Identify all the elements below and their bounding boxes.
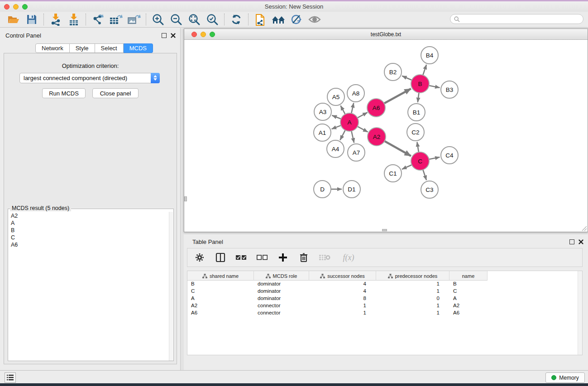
canvas-hscroll-thumb[interactable] xyxy=(382,229,387,231)
export-network-button[interactable] xyxy=(89,12,107,27)
table-cell[interactable]: 4 xyxy=(309,281,376,288)
graph-edge-C-C2[interactable] xyxy=(417,142,419,152)
graph-edge-A-A5[interactable] xyxy=(340,105,345,114)
search-field[interactable] xyxy=(450,14,583,24)
export-image-button[interactable] xyxy=(125,12,143,27)
network-window-titlebar[interactable]: testGlobe.txt xyxy=(184,29,588,40)
table-cell[interactable]: 8 xyxy=(309,295,376,302)
criterion-dropdown[interactable]: largest connected component (directed) xyxy=(19,73,160,83)
table-float-icon[interactable] xyxy=(569,239,574,244)
delete-table-button[interactable] xyxy=(318,251,331,264)
delete-column-button[interactable] xyxy=(297,251,311,264)
network-canvas[interactable]: AA1A2A3A4A5A6A7A8BB1B2B3B4CC1C2C3C4DD1 xyxy=(184,40,588,232)
save-session-button[interactable] xyxy=(23,12,41,27)
table-close-icon[interactable] xyxy=(578,239,584,245)
hide-details-button[interactable] xyxy=(287,12,306,27)
table-cell[interactable]: 1 xyxy=(376,288,449,295)
result-item[interactable]: B xyxy=(9,226,169,234)
home-button[interactable] xyxy=(269,12,287,27)
table-row[interactable]: A6connector11A6 xyxy=(187,310,582,317)
canvas-vscroll-thumb[interactable] xyxy=(184,196,187,201)
table-row[interactable]: Cdominator41C xyxy=(187,288,582,295)
tab-network[interactable]: Network xyxy=(35,43,70,53)
graph-edge-A-A7[interactable] xyxy=(351,131,354,143)
result-item[interactable]: A2 xyxy=(9,212,169,219)
close-panel-icon[interactable] xyxy=(170,33,176,38)
tab-select[interactable]: Select xyxy=(95,43,124,53)
table-cell[interactable]: dominator xyxy=(254,288,309,295)
task-history-button[interactable] xyxy=(5,372,16,383)
table-cell[interactable]: A6 xyxy=(187,310,254,317)
graph-edge-C-C4[interactable] xyxy=(429,157,440,159)
float-panel-icon[interactable] xyxy=(162,33,167,38)
table-cell[interactable]: 0 xyxy=(376,295,449,302)
graph-edge-A6-B[interactable] xyxy=(384,89,411,103)
mcds-result-scrollbar[interactable] xyxy=(169,212,173,361)
column-header-name[interactable]: name xyxy=(449,271,488,281)
search-input[interactable] xyxy=(462,16,579,22)
column-view-button[interactable] xyxy=(214,251,227,264)
table-row[interactable]: Bdominator41B xyxy=(187,281,582,288)
column-header-shared-name[interactable]: shared name xyxy=(187,271,254,281)
graph-edge-B-B4[interactable] xyxy=(423,65,426,75)
function-builder-button[interactable]: f(x) xyxy=(339,251,359,264)
table-cell[interactable]: 1 xyxy=(376,302,449,310)
table-cell[interactable]: A xyxy=(187,295,254,302)
graph-edge-B-B1[interactable] xyxy=(418,93,419,102)
graph-edge-A-A2[interactable] xyxy=(358,126,368,132)
export-table-button[interactable] xyxy=(107,12,125,27)
table-cell[interactable]: 1 xyxy=(309,310,376,317)
column-header-successor-nodes[interactable]: successor nodes xyxy=(309,271,376,281)
memory-button[interactable]: Memory xyxy=(545,372,585,383)
resize-grip-icon[interactable] xyxy=(581,225,587,231)
table-cell[interactable]: A2 xyxy=(187,302,254,310)
result-item[interactable]: C xyxy=(9,234,169,241)
select-all-button[interactable] xyxy=(234,251,248,264)
table-cell[interactable]: A2 xyxy=(449,302,488,310)
table-row[interactable]: A2connector11A2 xyxy=(187,302,582,310)
result-item[interactable]: A6 xyxy=(9,241,169,248)
run-mcds-button[interactable]: Run MCDS xyxy=(42,88,86,98)
table-cell[interactable]: dominator xyxy=(254,295,309,302)
close-panel-button[interactable]: Close panel xyxy=(92,88,139,98)
zoom-out-button[interactable] xyxy=(167,12,185,27)
table-cell[interactable]: 1 xyxy=(309,302,376,310)
column-header-MCDS-role[interactable]: MCDS role xyxy=(254,271,309,281)
import-table-button[interactable] xyxy=(65,12,83,27)
graph-edge-A-A4[interactable] xyxy=(340,130,345,140)
graph-edge-A-A6[interactable] xyxy=(358,112,368,118)
graph-edge-B-B3[interactable] xyxy=(429,86,440,88)
zoom-fit-button[interactable] xyxy=(185,12,203,27)
graph-edge-B-B2[interactable] xyxy=(402,76,411,80)
table-cell[interactable]: connector xyxy=(254,302,309,310)
import-network-button[interactable] xyxy=(47,12,65,27)
result-item[interactable]: A xyxy=(9,219,169,226)
open-file-button[interactable] xyxy=(5,12,23,27)
table-cell[interactable]: dominator xyxy=(254,281,309,288)
graph-edge-C-C1[interactable] xyxy=(402,165,412,169)
table-cell[interactable]: B xyxy=(449,281,488,288)
table-cell[interactable]: 4 xyxy=(309,288,376,295)
graph-edge-C-C3[interactable] xyxy=(423,170,426,180)
table-cell[interactable]: B xyxy=(187,281,254,288)
deselect-all-button[interactable] xyxy=(255,251,269,264)
table-cell[interactable]: C xyxy=(187,288,254,295)
table-cell[interactable]: connector xyxy=(254,310,309,317)
table-cell[interactable]: 1 xyxy=(376,281,449,288)
graph-edge-A2-C[interactable] xyxy=(384,141,411,156)
table-cell[interactable]: C xyxy=(449,288,488,295)
add-column-button[interactable] xyxy=(276,251,290,264)
tab-mcds[interactable]: MCDS xyxy=(124,43,153,53)
tab-style[interactable]: Style xyxy=(70,43,95,53)
table-cell[interactable]: 1 xyxy=(376,310,449,317)
table-row[interactable]: Adominator80A xyxy=(187,295,582,302)
graph-edge-A-A8[interactable] xyxy=(351,103,354,113)
zoom-in-button[interactable] xyxy=(149,12,167,27)
show-details-button[interactable] xyxy=(306,12,324,27)
graph-edge-A-A3[interactable] xyxy=(332,115,341,119)
table-cell[interactable]: A xyxy=(449,295,488,302)
column-header-predecessor-nodes[interactable]: predecessor nodes xyxy=(376,271,449,281)
table-scrollbar[interactable] xyxy=(578,271,582,355)
graph-edge-A-A1[interactable] xyxy=(332,125,341,129)
table-settings-button[interactable] xyxy=(193,251,206,264)
